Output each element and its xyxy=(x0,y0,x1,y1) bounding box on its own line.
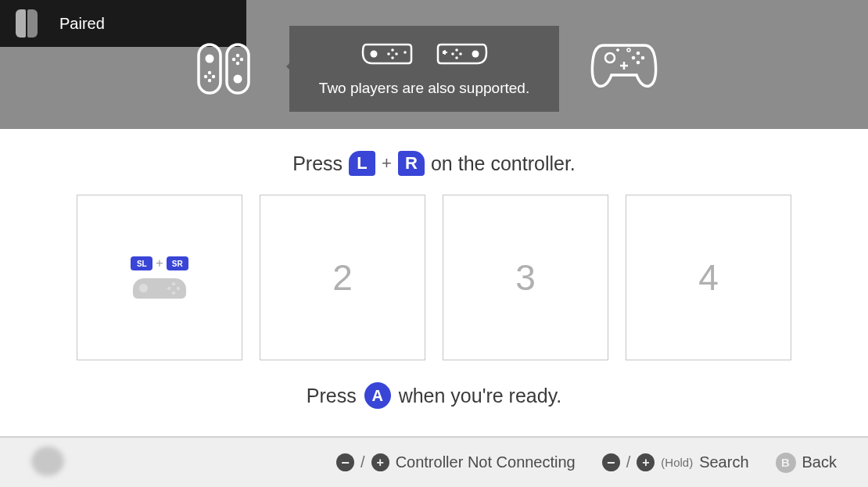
press-a-suffix: when you're ready. xyxy=(399,385,562,407)
minus-icon: − xyxy=(336,453,354,471)
press-lr-suffix: on the controller. xyxy=(431,152,576,175)
svg-point-28 xyxy=(632,56,636,60)
hold-label: (Hold) xyxy=(661,456,693,469)
svg-point-17 xyxy=(404,51,407,54)
svg-point-7 xyxy=(234,75,242,84)
slot-number: 2 xyxy=(332,256,353,299)
plus-icon: + xyxy=(637,453,655,471)
plus-icon: + xyxy=(382,153,392,174)
svg-point-11 xyxy=(240,58,243,61)
press-a-prefix: Press xyxy=(307,385,357,407)
plus-icon: + xyxy=(371,453,389,471)
svg-point-20 xyxy=(455,56,458,59)
svg-point-15 xyxy=(387,52,390,56)
svg-point-22 xyxy=(459,52,462,56)
slot-number: 3 xyxy=(515,256,536,299)
main-content: Press L + R on the controller. SL + SR 2… xyxy=(0,129,868,436)
joycon-right-sideways-icon xyxy=(436,41,488,70)
slot-number: 4 xyxy=(698,256,719,299)
paired-label: Paired xyxy=(59,15,105,33)
svg-point-5 xyxy=(212,75,215,78)
footer-bar: − / + Controller Not Connecting − / + (H… xyxy=(0,436,868,487)
svg-point-26 xyxy=(637,52,640,56)
svg-point-1 xyxy=(206,55,214,63)
controller-not-connecting-button[interactable]: − / + Controller Not Connecting xyxy=(336,453,576,471)
b-button-icon: B xyxy=(776,453,796,473)
player-slot-2[interactable]: 2 xyxy=(260,195,425,360)
svg-point-27 xyxy=(637,61,640,65)
player-slots: SL + SR 2 3 4 xyxy=(77,195,791,360)
press-lr-prefix: Press xyxy=(292,152,343,175)
r-button-icon: R xyxy=(398,151,425,176)
svg-point-8 xyxy=(236,54,239,57)
svg-point-30 xyxy=(627,48,630,52)
sr-button-icon: SR xyxy=(167,256,188,270)
player-slot-1[interactable]: SL + SR xyxy=(77,195,242,360)
svg-rect-0 xyxy=(199,45,221,93)
joycon-pair-icon[interactable] xyxy=(195,43,252,98)
plus-icon: + xyxy=(156,256,163,270)
svg-point-9 xyxy=(236,62,239,65)
svg-rect-6 xyxy=(227,45,249,93)
press-lr-instruction: Press L + R on the controller. xyxy=(292,151,576,176)
controller-type-header: Paired xyxy=(0,0,868,129)
footer-label: Search xyxy=(699,453,748,471)
svg-point-21 xyxy=(451,52,454,56)
l-button-icon: L xyxy=(349,151,375,176)
joycon-mini-icon xyxy=(16,9,38,38)
player-slot-4[interactable]: 4 xyxy=(626,195,791,360)
svg-point-4 xyxy=(204,75,207,78)
back-button[interactable]: B Back xyxy=(776,453,837,473)
svg-point-13 xyxy=(391,48,394,52)
two-player-tooltip: Two players are also supported. xyxy=(289,26,559,112)
player-slot-3[interactable]: 3 xyxy=(443,195,608,360)
tooltip-text: Two players are also supported. xyxy=(319,80,529,97)
press-a-instruction: Press A when you're ready. xyxy=(307,382,562,409)
joycon-sideways-icon xyxy=(133,278,186,299)
footer-label: Back xyxy=(802,453,837,471)
svg-point-25 xyxy=(605,53,615,63)
svg-point-29 xyxy=(641,56,645,60)
joycon-left-sideways-icon xyxy=(361,41,413,70)
sl-button-icon: SL xyxy=(131,256,152,270)
svg-point-10 xyxy=(232,58,235,61)
svg-point-12 xyxy=(370,50,377,57)
a-button-icon: A xyxy=(364,382,391,409)
svg-point-19 xyxy=(455,48,458,52)
svg-point-18 xyxy=(472,50,479,57)
footer-label: Controller Not Connecting xyxy=(396,453,576,471)
minus-icon: − xyxy=(602,453,620,471)
svg-point-2 xyxy=(208,71,211,74)
pro-controller-icon[interactable] xyxy=(588,39,660,94)
avatar xyxy=(31,446,64,476)
svg-point-14 xyxy=(391,56,394,59)
svg-point-3 xyxy=(208,79,211,82)
search-button[interactable]: − / + (Hold) Search xyxy=(602,453,749,471)
svg-point-16 xyxy=(395,52,398,56)
